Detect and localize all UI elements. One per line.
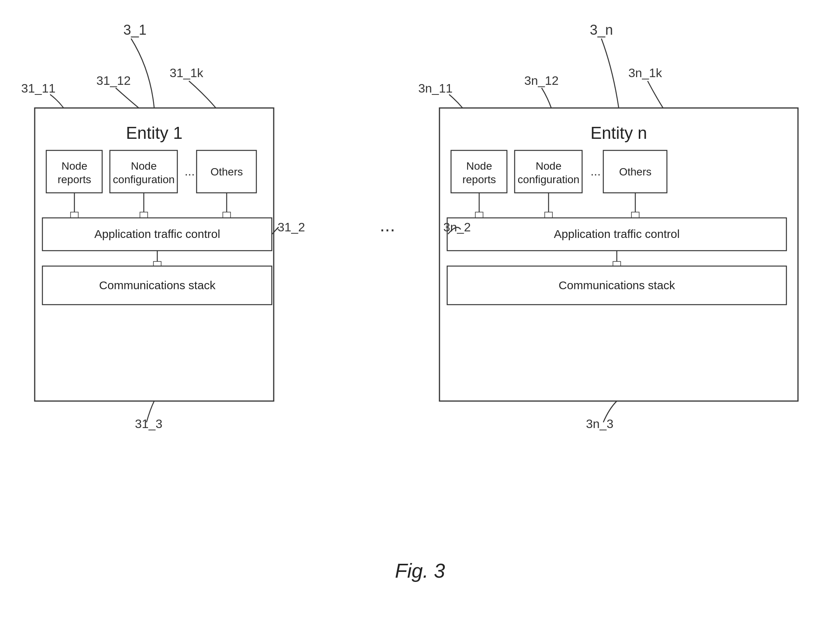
entityn-comm-stack-label: Communications stack xyxy=(559,279,675,292)
entity1-atc-label: Application traffic control xyxy=(94,228,220,240)
entity1-node-config-label1: Node xyxy=(131,160,157,172)
diagram-svg: Entity 1 Node reports Node configuration… xyxy=(0,0,840,617)
entityn-nc-connector-box xyxy=(545,212,552,218)
ref-3-1-label: 3_1 xyxy=(123,22,146,38)
entityn-atc-label: Application traffic control xyxy=(554,228,680,240)
ref-3n-1k-line xyxy=(648,81,663,108)
entity1-node-config-label2: configuration xyxy=(113,174,175,185)
entity1-node-reports-label1: Node xyxy=(62,160,88,172)
ref-31-12-label: 31_12 xyxy=(96,74,131,88)
entityn-label: Entity n xyxy=(591,123,647,142)
ref-3-n-line xyxy=(601,39,619,108)
ref-3n-1k-label: 3n_1k xyxy=(628,66,662,80)
figure-label: Fig. 3 xyxy=(395,559,445,582)
ref-3n-11-line xyxy=(449,94,463,108)
entity1-label: Entity 1 xyxy=(126,123,183,142)
ref-31-1k-label: 31_1k xyxy=(170,66,204,80)
ref-31-1k-line xyxy=(189,81,216,108)
ref-31-12-line xyxy=(116,88,139,108)
entity1-ellipsis1: ... xyxy=(185,164,195,178)
entityn-node-config-label1: Node xyxy=(536,160,562,172)
ref-3n-3-label: 3n_3 xyxy=(586,417,613,431)
between-ellipsis: ... xyxy=(380,215,395,235)
ref-3-n-label: 3_n xyxy=(590,22,613,38)
entityn-node-config-label2: configuration xyxy=(518,174,579,185)
entity1-nc-connector-box xyxy=(140,212,148,218)
ref-31-11-line xyxy=(50,94,64,108)
entityn-others-label: Others xyxy=(619,166,651,178)
entityn-nr-connector-box xyxy=(475,212,483,218)
entityn-node-reports-label2: reports xyxy=(462,174,496,185)
entityn-oth-connector-box xyxy=(631,212,639,218)
entity1-others-label: Others xyxy=(210,166,243,178)
ref-31-3-label: 31_3 xyxy=(135,417,162,431)
entity1-comm-stack-label: Communications stack xyxy=(99,279,216,292)
ref-3n-11-label: 3n_11 xyxy=(418,81,453,95)
ref-31-2-label: 31_2 xyxy=(278,220,305,234)
ref-3n-12-line xyxy=(542,88,551,108)
ref-31-11-label: 31_11 xyxy=(21,81,56,95)
ref-3n-12-label: 3n_12 xyxy=(524,74,559,88)
ref-3-1-line xyxy=(131,39,154,108)
entity1-nr-connector-box xyxy=(71,212,78,218)
entityn-ellipsis1: ... xyxy=(591,164,601,178)
diagram-container: Entity 1 Node reports Node configuration… xyxy=(0,0,840,617)
entity1-node-reports-label2: reports xyxy=(57,174,91,185)
entityn-node-reports-label1: Node xyxy=(466,160,492,172)
entity1-oth-connector-box xyxy=(223,212,231,218)
